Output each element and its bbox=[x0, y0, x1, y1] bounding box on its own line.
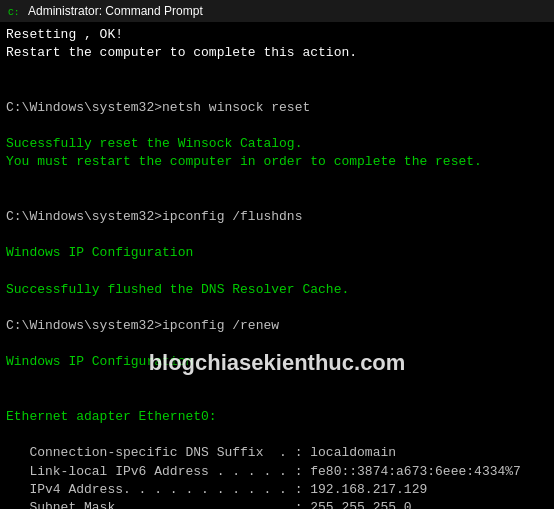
terminal-line: Resetting , OK! bbox=[6, 26, 548, 44]
cmd-icon: C: bbox=[6, 3, 22, 19]
terminal-line: C:\Windows\system32>ipconfig /flushdns bbox=[6, 208, 548, 226]
terminal-line: Windows IP Configuration bbox=[6, 244, 548, 262]
terminal: Resetting , OK!Restart the computer to c… bbox=[0, 22, 554, 509]
title-bar-text: Administrator: Command Prompt bbox=[28, 4, 548, 18]
terminal-line bbox=[6, 62, 548, 80]
terminal-line bbox=[6, 390, 548, 408]
terminal-line: Windows IP Configuration bbox=[6, 353, 548, 371]
terminal-line bbox=[6, 426, 548, 444]
terminal-line: Restart the computer to complete this ac… bbox=[6, 44, 548, 62]
terminal-line: Link-local IPv6 Address . . . . . : fe80… bbox=[6, 463, 548, 481]
terminal-line bbox=[6, 335, 548, 353]
terminal-line bbox=[6, 190, 548, 208]
svg-text:C:: C: bbox=[8, 7, 20, 18]
terminal-line bbox=[6, 117, 548, 135]
title-bar: C: Administrator: Command Prompt bbox=[0, 0, 554, 22]
terminal-line bbox=[6, 226, 548, 244]
terminal-line: Successfully flushed the DNS Resolver Ca… bbox=[6, 281, 548, 299]
terminal-line: C:\Windows\system32>ipconfig /renew bbox=[6, 317, 548, 335]
terminal-line bbox=[6, 262, 548, 280]
terminal-line: Ethernet adapter Ethernet0: bbox=[6, 408, 548, 426]
terminal-line: C:\Windows\system32>netsh winsock reset bbox=[6, 99, 548, 117]
terminal-line: IPv4 Address. . . . . . . . . . . : 192.… bbox=[6, 481, 548, 499]
terminal-line: Subnet Mask . . . . . . . . . . . : 255.… bbox=[6, 499, 548, 509]
terminal-line: You must restart the computer in order t… bbox=[6, 153, 548, 171]
terminal-line bbox=[6, 81, 548, 99]
terminal-line bbox=[6, 299, 548, 317]
terminal-line: Connection-specific DNS Suffix . : local… bbox=[6, 444, 548, 462]
terminal-line: Sucessfully reset the Winsock Catalog. bbox=[6, 135, 548, 153]
terminal-output: Resetting , OK!Restart the computer to c… bbox=[6, 26, 548, 509]
terminal-line bbox=[6, 172, 548, 190]
terminal-line bbox=[6, 372, 548, 390]
